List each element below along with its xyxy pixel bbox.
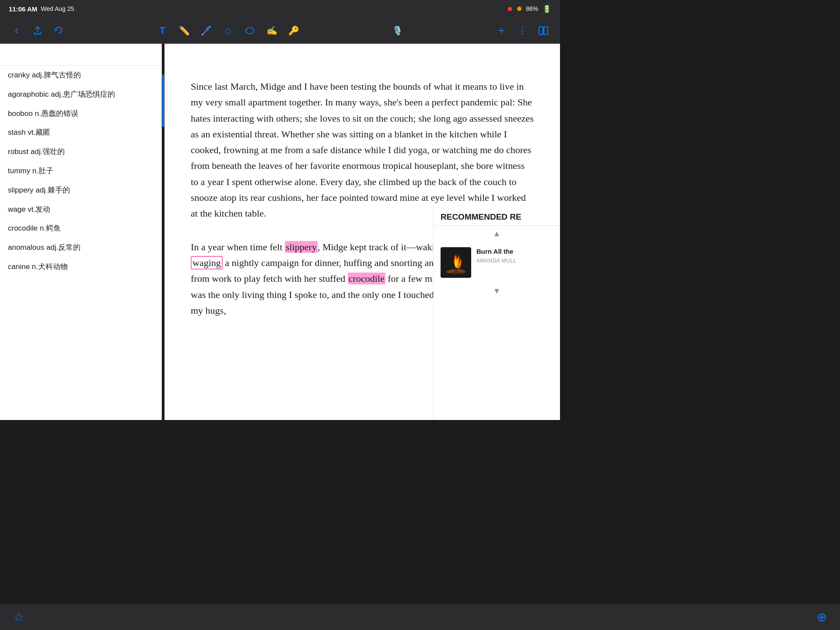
svg-point-0 bbox=[246, 28, 254, 34]
paragraph-1: Since last March, Midge and I have been … bbox=[191, 79, 534, 222]
toolbar: ‹ T ✏️ 🖊️ ◇ ✍️ 🔑 🎙️ + ⋮ bbox=[0, 18, 560, 44]
vocab-item[interactable]: agoraphobic adj.患广场恐惧症的 bbox=[0, 85, 161, 104]
vocab-item[interactable]: stash vt.藏匿 bbox=[0, 123, 161, 142]
scroll-up-area: ▲ bbox=[434, 226, 560, 242]
recommended-panel: RECOMMENDED RE ▲ 1 2 bbox=[433, 206, 560, 420]
lasso-tool[interactable] bbox=[240, 21, 259, 40]
highlighted-waging: waging bbox=[191, 256, 223, 270]
svg-rect-2 bbox=[544, 27, 548, 35]
status-time: 11:06 AM bbox=[9, 5, 37, 13]
share-button[interactable] bbox=[28, 21, 47, 40]
back-button[interactable]: ‹ bbox=[7, 21, 26, 40]
sidebar-header bbox=[0, 44, 161, 66]
pen-tool[interactable]: 🖊️ bbox=[196, 21, 216, 40]
chevron-up-icon[interactable]: ▲ bbox=[493, 229, 501, 238]
pencil-tool[interactable]: ✏️ bbox=[175, 21, 194, 40]
text-tool[interactable]: T bbox=[153, 21, 172, 40]
vocab-item[interactable]: cranky adj.脾气古怪的 bbox=[0, 66, 161, 85]
vocabulary-sidebar: cranky adj.脾气古怪的agoraphobic adj.患广场恐惧症的b… bbox=[0, 44, 162, 420]
chevron-down-icon[interactable]: ▼ bbox=[493, 287, 501, 296]
more-button[interactable]: ⋮ bbox=[513, 21, 532, 40]
scroll-down-area: ▼ bbox=[434, 283, 560, 299]
marker-tool[interactable]: 🔑 bbox=[284, 21, 303, 40]
vocab-item[interactable]: wage vt.发动 bbox=[0, 200, 161, 219]
vocab-item[interactable]: slippery adj.棘手的 bbox=[0, 181, 161, 200]
sidebar-scrollbar-thumb[interactable] bbox=[162, 74, 164, 127]
add-button[interactable]: + bbox=[492, 21, 511, 40]
highlighted-slippery: slippery bbox=[285, 241, 318, 253]
handwriting-tool[interactable]: ✍️ bbox=[262, 21, 281, 40]
svg-rect-1 bbox=[539, 27, 543, 35]
recommended-item-title: Burn All the bbox=[476, 247, 553, 256]
wifi-dot bbox=[517, 7, 522, 11]
recording-icon: ⏺ bbox=[507, 5, 513, 12]
status-bar: 11:06 AM Wed Aug 25 ⏺ 86% 🔋 bbox=[0, 0, 560, 18]
eraser-tool[interactable]: ◇ bbox=[218, 21, 238, 40]
status-date: Wed Aug 25 bbox=[41, 5, 74, 12]
recommended-item-author: AMANDA MULL bbox=[476, 258, 553, 264]
main-content: cranky adj.脾气古怪的agoraphobic adj.患广场恐惧症的b… bbox=[0, 44, 560, 420]
microphone-button[interactable]: 🎙️ bbox=[388, 21, 407, 40]
panels-button[interactable] bbox=[534, 21, 553, 40]
battery-percent: 86% bbox=[526, 5, 538, 12]
article-pane[interactable]: Since last March, Midge and I have been … bbox=[164, 44, 560, 420]
recommended-item[interactable]: Burn All the AMANDA MULL bbox=[434, 242, 560, 283]
undo-button[interactable] bbox=[49, 21, 68, 40]
vocab-item[interactable]: canine n.犬科动物 bbox=[0, 257, 161, 276]
vocab-item[interactable]: crocodile n.鳄鱼 bbox=[0, 219, 161, 238]
vocab-item[interactable]: booboo n.愚蠢的错误 bbox=[0, 104, 161, 123]
book-cover-thumbnail bbox=[441, 247, 471, 278]
recommended-header: RECOMMENDED RE bbox=[434, 206, 560, 226]
highlighted-crocodile: crocodile bbox=[348, 273, 385, 284]
vocab-item[interactable]: tummy n.肚子 bbox=[0, 161, 161, 181]
vocab-list: cranky adj.脾气古怪的agoraphobic adj.患广场恐惧症的b… bbox=[0, 66, 161, 276]
vocab-item[interactable]: anomalous adj.反常的 bbox=[0, 238, 161, 257]
recommended-item-text: Burn All the AMANDA MULL bbox=[476, 247, 553, 264]
battery-icon: 🔋 bbox=[542, 5, 551, 13]
vocab-item[interactable]: robust adj.强壮的 bbox=[0, 142, 161, 161]
status-right-group: ⏺ 86% 🔋 bbox=[507, 5, 551, 13]
annotation-tools: T ✏️ 🖊️ ◇ ✍️ 🔑 bbox=[153, 21, 303, 40]
